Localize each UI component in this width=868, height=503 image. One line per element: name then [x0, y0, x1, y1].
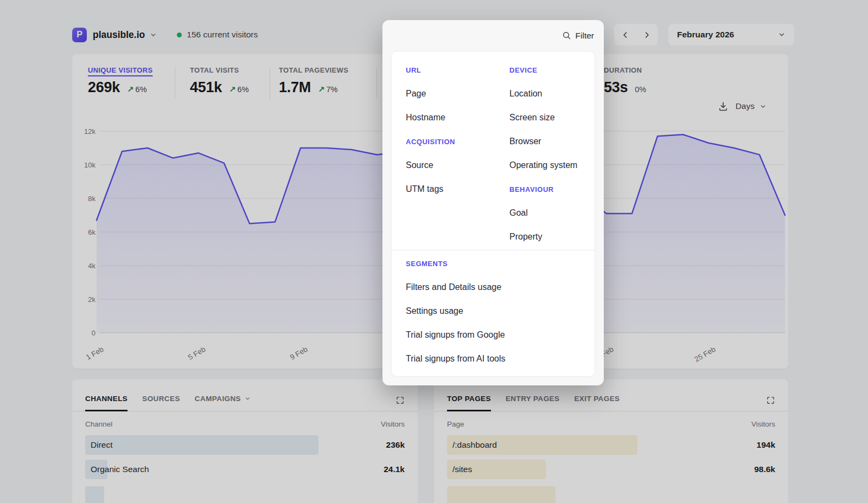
filter-option-page[interactable]: Page [406, 82, 509, 106]
filter-column-1: URLPageHostnameACQUISITIONSourceUTM tags [406, 58, 509, 249]
filter-column-2: DEVICELocationScreen sizeBrowserOperatin… [509, 58, 580, 249]
filter-search-button[interactable]: Filter [391, 20, 595, 51]
filter-option-utm-tags[interactable]: UTM tags [406, 177, 509, 201]
filter-group-title-device: DEVICE [509, 58, 580, 82]
filter-option-hostname[interactable]: Hostname [406, 106, 509, 130]
segment-option-filters-and-details-usage[interactable]: Filters and Details usage [406, 275, 580, 299]
segment-option-trial-signups-from-ai-tools[interactable]: Trial signups from AI tools [406, 347, 580, 371]
segment-option-trial-signups-from-google[interactable]: Trial signups from Google [406, 323, 580, 347]
segment-option-settings-usage[interactable]: Settings usage [406, 299, 580, 323]
filter-modal: Filter URLPageHostnameACQUISITIONSourceU… [382, 20, 604, 385]
filter-group-title-acquisition: ACQUISITION [406, 130, 509, 153]
filter-group-title-behaviour: BEHAVIOUR [509, 177, 580, 201]
filter-options-card: URLPageHostnameACQUISITIONSourceUTM tags… [391, 51, 595, 377]
segments-title: SEGMENTS [406, 252, 580, 275]
filter-option-operating-system[interactable]: Operating system [509, 153, 580, 177]
filter-option-screen-size[interactable]: Screen size [509, 106, 580, 130]
filter-modal-title: Filter [576, 31, 594, 41]
search-icon [562, 31, 571, 40]
segments-section: SEGMENTSFilters and Details usageSetting… [392, 250, 595, 376]
filter-columns: URLPageHostnameACQUISITIONSourceUTM tags… [392, 51, 595, 249]
filter-option-source[interactable]: Source [406, 153, 509, 177]
filter-option-location[interactable]: Location [509, 82, 580, 106]
filter-option-goal[interactable]: Goal [509, 201, 580, 225]
filter-option-browser[interactable]: Browser [509, 130, 580, 153]
filter-option-property[interactable]: Property [509, 225, 580, 249]
page-background: { "accent_color": "#5850ec", "header": {… [0, 0, 868, 503]
filter-group-title-url: URL [406, 58, 509, 82]
